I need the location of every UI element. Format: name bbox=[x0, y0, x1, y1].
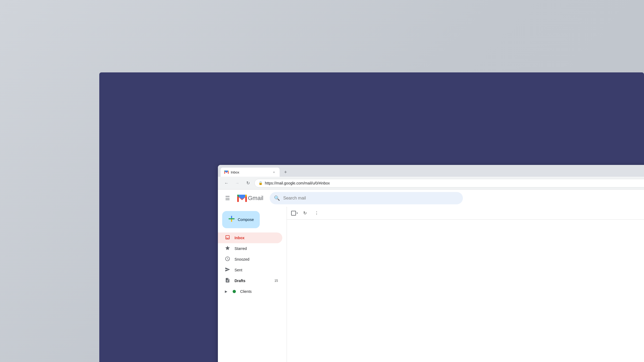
chrome-toolbar: ← → ↻ 🔒 https://mail.google.com/mail/u/0… bbox=[218, 177, 644, 190]
gmail-m-icon bbox=[237, 195, 247, 202]
monitor-frame: Inbox × + ← → ↻ 🔒 https://mail.google bbox=[99, 72, 644, 362]
drafts-count: 15 bbox=[275, 279, 278, 283]
drafts-label: Drafts bbox=[235, 279, 270, 283]
address-bar[interactable]: 🔒 https://mail.google.com/mail/u/0/#inbo… bbox=[254, 179, 644, 187]
refresh-email-icon: ↻ bbox=[303, 210, 307, 216]
sidebar-item-snoozed[interactable]: Snoozed bbox=[218, 254, 282, 265]
select-checkbox-area: ▾ bbox=[291, 211, 298, 216]
no-mail-area: No new mail! bbox=[287, 220, 644, 362]
browser-tab[interactable]: Inbox × bbox=[221, 168, 280, 177]
sidebar-item-starred[interactable]: Starred bbox=[218, 243, 282, 254]
svg-rect-3 bbox=[231, 219, 232, 222]
back-icon: ← bbox=[224, 181, 229, 186]
tab-title: Inbox bbox=[231, 170, 269, 174]
search-input[interactable] bbox=[283, 196, 459, 201]
more-options-button[interactable]: ⋮ bbox=[312, 208, 321, 218]
desktop: Inbox × + ← → ↻ 🔒 https://mail.google bbox=[0, 0, 644, 362]
sidebar-item-clients[interactable]: ▶ Clients bbox=[218, 286, 282, 297]
sent-label: Sent bbox=[235, 268, 278, 272]
svg-rect-1 bbox=[229, 218, 235, 219]
gmail-sidebar: Compose Inbox bbox=[218, 207, 287, 362]
lock-icon: 🔒 bbox=[258, 181, 263, 185]
tab-close-button[interactable]: × bbox=[272, 170, 276, 175]
compose-icon bbox=[229, 216, 235, 222]
sidebar-item-inbox[interactable]: Inbox bbox=[218, 232, 282, 243]
menu-icon-button[interactable]: ☰ bbox=[222, 193, 233, 204]
compose-plus-icon bbox=[229, 216, 235, 223]
email-toolbar: ▾ ↻ ⋮ bbox=[287, 207, 644, 220]
forward-icon: → bbox=[235, 181, 239, 186]
forward-button[interactable]: → bbox=[233, 179, 241, 187]
refresh-button[interactable]: ↻ bbox=[244, 179, 252, 187]
more-options-icon: ⋮ bbox=[314, 210, 319, 216]
hamburger-icon: ☰ bbox=[225, 195, 230, 201]
gmail-content: ▾ ↻ ⋮ No new mail! bbox=[287, 207, 644, 362]
sidebar-item-drafts[interactable]: Drafts 15 bbox=[218, 275, 282, 286]
checkbox-dropdown-icon[interactable]: ▾ bbox=[297, 212, 298, 215]
new-tab-button[interactable]: + bbox=[282, 168, 289, 176]
snoozed-label: Snoozed bbox=[235, 257, 278, 261]
back-button[interactable]: ← bbox=[222, 179, 231, 187]
url-text: https://mail.google.com/mail/u/0/#inbox bbox=[265, 181, 644, 185]
compose-button[interactable]: Compose bbox=[222, 211, 260, 228]
chrome-titlebar: Inbox × + bbox=[218, 165, 644, 177]
refresh-nav-icon: ↻ bbox=[246, 180, 250, 186]
drafts-icon bbox=[225, 278, 230, 284]
star-icon bbox=[225, 245, 230, 252]
compose-label: Compose bbox=[238, 217, 254, 222]
snoozed-icon bbox=[225, 256, 230, 263]
search-icon: 🔍 bbox=[274, 195, 280, 201]
gmail-main: Compose Inbox bbox=[218, 207, 644, 362]
sidebar-item-sent[interactable]: Sent bbox=[218, 265, 282, 275]
gmail-header: ☰ Gmail 🔍 bbox=[218, 190, 644, 207]
clients-label: Clients bbox=[240, 289, 278, 294]
starred-label: Starred bbox=[235, 246, 278, 251]
search-bar[interactable]: 🔍 bbox=[270, 192, 463, 204]
refresh-email-button[interactable]: ↻ bbox=[300, 208, 310, 218]
tab-favicon-icon bbox=[224, 170, 229, 174]
inbox-label: Inbox bbox=[235, 236, 278, 240]
browser-window: Inbox × + ← → ↻ 🔒 https://mail.google bbox=[218, 165, 644, 362]
sent-icon bbox=[225, 267, 230, 274]
select-all-checkbox[interactable] bbox=[291, 211, 296, 216]
expand-arrow-icon: ▶ bbox=[225, 290, 227, 293]
clients-dot-icon bbox=[233, 290, 236, 293]
gmail-logo: Gmail bbox=[237, 195, 263, 202]
gmail-wordmark: Gmail bbox=[248, 195, 263, 202]
svg-rect-2 bbox=[231, 216, 232, 218]
gmail-app: ☰ Gmail 🔍 bbox=[218, 190, 644, 362]
inbox-icon bbox=[225, 235, 230, 241]
